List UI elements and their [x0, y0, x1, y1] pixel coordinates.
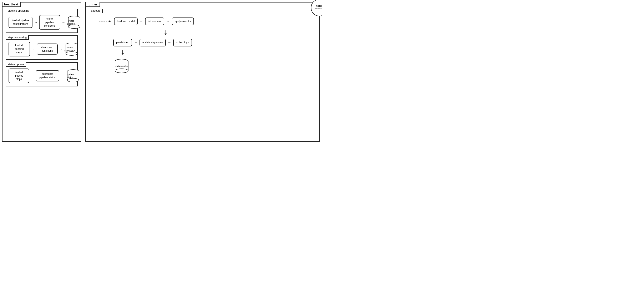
- svg-marker-19: [109, 20, 111, 22]
- status-update-flow: load all finished steps → aggregate pipe…: [8, 68, 75, 83]
- pipeline-spawning-flow: load all pipeline configurations → check…: [8, 15, 75, 30]
- svg-point-9: [66, 52, 78, 56]
- runner-down-arrow-row: [99, 50, 311, 55]
- check-step-node: check step conditions: [37, 44, 58, 55]
- runner-middle: [99, 30, 311, 35]
- arrow-2: →: [62, 20, 65, 24]
- arrow-left-2: ←: [168, 40, 171, 44]
- svg-text:multiple: multiple: [316, 5, 322, 7]
- runner-db-row: update status: [99, 58, 311, 74]
- push-rabbit-label: push to RabbitMQ: [64, 46, 75, 52]
- heartbeat-box: heartbeat pipeline spawning load all pip…: [2, 2, 81, 142]
- step-processing-label: step processing: [6, 36, 29, 40]
- runner-db-label: update status: [115, 64, 128, 68]
- svg-point-4: [68, 25, 80, 28]
- aggregate-pipeline-node: aggregate pipeline status: [36, 70, 59, 82]
- arrow-1: →: [34, 20, 38, 24]
- runner-box: runner multiple instances execute: [85, 2, 320, 142]
- persist-step-node: persist step: [113, 39, 132, 46]
- apply-executor-node: apply executor: [172, 18, 194, 25]
- runner-content: load step model → init executor → apply …: [92, 16, 313, 76]
- update-status-label: update status: [66, 73, 75, 79]
- arrow-6: →: [61, 74, 64, 78]
- update-status-node: update status: [66, 68, 75, 83]
- diagram-container: heartbeat pipeline spawning load all pip…: [0, 0, 322, 144]
- execute-label: execute: [89, 9, 103, 13]
- check-pipeline-node: check pipeline conditions: [39, 15, 60, 30]
- create-pipeline-label: create pipeline: [67, 19, 75, 26]
- down-arrow-persist: [113, 50, 132, 55]
- load-pending-node: load all pending steps: [8, 42, 30, 56]
- svg-point-24: [115, 69, 128, 73]
- arrow-8: →: [166, 19, 170, 23]
- runner-db-node: update status: [113, 58, 130, 74]
- dashed-arrow-svg: [99, 19, 111, 23]
- execute-box: execute load step model → init executor …: [89, 9, 316, 138]
- load-pipelines-node: load all pipeline configurations: [8, 17, 32, 28]
- arrow-left-1: ←: [134, 40, 138, 44]
- arrow-4: →: [59, 47, 63, 51]
- step-processing-flow: load all pending steps → check step cond…: [8, 42, 75, 56]
- create-pipeline-node: create pipeline: [67, 15, 75, 30]
- arrow-5: →: [31, 74, 34, 78]
- pipeline-spawning-section: pipeline spawning load all pipeline conf…: [6, 9, 78, 33]
- status-update-label: status update: [6, 62, 26, 67]
- dashed-arrow-in: [99, 19, 111, 23]
- arrow-3: →: [32, 47, 35, 51]
- runner-title: runner: [86, 2, 100, 7]
- arrow-7: →: [140, 19, 143, 23]
- svg-point-14: [67, 78, 79, 82]
- down-arrow-apply: [164, 30, 167, 35]
- status-update-section: status update load all finished steps → …: [6, 62, 78, 86]
- push-rabbit-node: push to RabbitMQ: [64, 42, 75, 56]
- load-step-model-node: load step model: [114, 18, 138, 25]
- runner-bottom-row: persist step ← update step status ← coll…: [99, 39, 311, 46]
- step-processing-section: step processing load all pending steps →…: [6, 36, 78, 60]
- init-executor-node: init executor: [145, 18, 164, 25]
- heartbeat-title: heartbeat: [2, 2, 21, 7]
- update-step-status-node: update step status: [140, 39, 166, 46]
- runner-top-row: load step model → init executor → apply …: [99, 18, 311, 25]
- pipeline-spawning-label: pipeline spawning: [6, 9, 31, 13]
- collect-logs-node: collect logs: [173, 39, 192, 46]
- load-finished-node: load all finished steps: [8, 68, 29, 83]
